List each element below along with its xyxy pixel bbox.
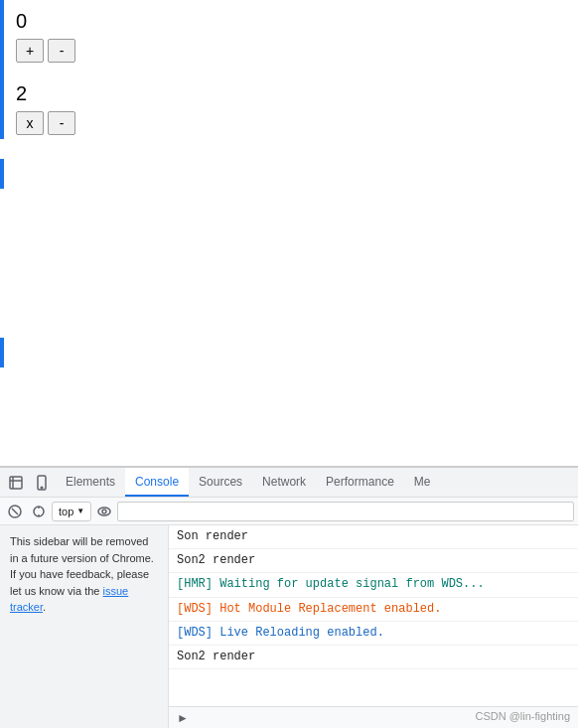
counter-0-value: 0 (16, 10, 562, 33)
devtools-toolbar: top ▼ (0, 498, 578, 525)
tab-list: Elements Console Sources Network Perform… (56, 468, 574, 497)
chevron-down-icon: ▼ (76, 507, 84, 515)
console-line-4: [WDS] Hot Module Replacement enabled. (169, 598, 578, 622)
console-line-3: [HMR] Waiting for update signal from WDS… (169, 573, 578, 597)
counter-1-value: 2 (16, 82, 562, 105)
counter-1-section: 2 x - (0, 73, 578, 145)
svg-point-10 (98, 508, 110, 515)
counter-0-section: 0 + - (0, 0, 578, 73)
svg-point-4 (41, 487, 43, 489)
counter-0-plus-button[interactable]: + (16, 39, 44, 63)
devtools-inspect-icon[interactable] (4, 471, 28, 495)
svg-rect-0 (10, 477, 22, 489)
clear-console-icon[interactable] (4, 501, 26, 522)
console-line-2: Son2 render (169, 549, 578, 573)
sidebar-message-suffix: . (43, 601, 46, 613)
devtools-tab-bar: Elements Console Sources Network Perform… (0, 468, 578, 498)
watermark: CSDN @lin-fighting (475, 710, 570, 722)
tab-sources[interactable]: Sources (189, 468, 252, 497)
context-dropdown[interactable]: top ▼ (52, 502, 91, 521)
eye-icon[interactable] (93, 501, 115, 522)
counter-1-clear-button[interactable]: x (16, 111, 44, 135)
console-output: Son render Son2 render [HMR] Waiting for… (169, 525, 578, 706)
svg-point-11 (102, 510, 106, 513)
counter-0-buttons: + - (16, 39, 562, 63)
devtools-content: This sidebar will be removed in a future… (0, 525, 578, 728)
context-dropdown-label: top (59, 506, 73, 517)
sidebar-message-text: This sidebar will be removed in a future… (10, 535, 154, 597)
blue-accent-3 (0, 338, 4, 367)
filter-input[interactable] (117, 502, 574, 521)
filter-icon[interactable] (28, 501, 50, 522)
console-line-5: [WDS] Live Reloading enabled. (169, 622, 578, 646)
tab-console[interactable]: Console (125, 468, 189, 497)
devtools-mobile-icon[interactable] (30, 471, 54, 495)
console-line-6: Son2 render (169, 646, 578, 669)
console-line-1: Son render (169, 525, 578, 549)
devtools-panel: Elements Console Sources Network Perform… (0, 467, 578, 728)
counter-0-minus-button[interactable]: - (48, 39, 75, 63)
tab-performance[interactable]: Performance (316, 468, 404, 497)
sidebar-message: This sidebar will be removed in a future… (10, 533, 158, 616)
svg-line-6 (12, 509, 18, 514)
app-area: 0 + - 2 x - (0, 0, 578, 467)
devtools-sidebar: This sidebar will be removed in a future… (0, 525, 169, 728)
tab-network[interactable]: Network (252, 468, 316, 497)
console-prompt-arrow[interactable]: ► (177, 711, 189, 725)
tab-elements[interactable]: Elements (56, 468, 125, 497)
counter-1-minus-button[interactable]: - (48, 111, 75, 135)
blue-accent-2 (0, 159, 4, 189)
tab-me[interactable]: Me (404, 468, 441, 497)
blue-accent-1 (0, 0, 4, 139)
counter-1-buttons: x - (16, 111, 562, 135)
